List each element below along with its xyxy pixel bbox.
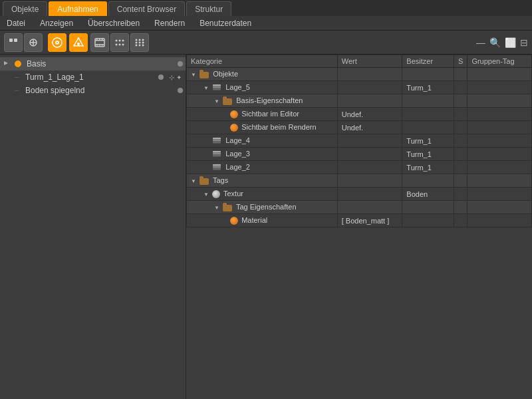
toolbar-cam-btn[interactable] bbox=[48, 33, 66, 52]
row-kategorie-lage4: Lage_4 bbox=[187, 134, 338, 148]
toolbar-search-icon[interactable]: 🔍 bbox=[489, 37, 501, 48]
svg-rect-35 bbox=[213, 86, 221, 88]
main-area: Basis ─ Turm_1_Lage_1 ⊹ ✦ ─ Boden spiege… bbox=[0, 55, 532, 399]
row-wert-basiseig bbox=[337, 94, 402, 108]
row-wert-tageig bbox=[337, 201, 402, 214]
row-kategorie-objekte: ▼ Objekte bbox=[187, 68, 338, 81]
svg-rect-18 bbox=[102, 44, 103, 45]
menu-rendern[interactable]: Rendern bbox=[152, 17, 188, 29]
row-besitzer-basiseig bbox=[402, 94, 454, 108]
toolbar-film-btn[interactable] bbox=[90, 33, 109, 52]
menu-bar: Datei Anzeigen Überschreiben Rendern Ben… bbox=[0, 16, 532, 31]
table-row[interactable]: Sichtbar beim Rendern Undef. bbox=[187, 121, 532, 134]
svg-rect-44 bbox=[213, 166, 221, 168]
orange-circle-icon bbox=[230, 110, 238, 118]
row-besitzer-sichtbar-rendern bbox=[402, 121, 454, 134]
row-besitzer-sichtbar-editor bbox=[402, 108, 454, 121]
tab-bar: Objekte Aufnahmen Content Browser Strukt… bbox=[0, 0, 532, 16]
row-s-sichtbar-editor bbox=[454, 108, 467, 121]
tab-objekte[interactable]: Objekte bbox=[3, 1, 47, 16]
table-row[interactable]: Lage_4 Turm_1 bbox=[187, 134, 532, 148]
left-item-turm1-label: Turm_1_Lage_1 bbox=[25, 72, 156, 82]
row-gruppen-lage2 bbox=[467, 161, 532, 174]
toolbar-obj-btn[interactable] bbox=[69, 33, 88, 52]
menu-benutzerdaten[interactable]: Benutzerdaten bbox=[197, 17, 254, 29]
svg-point-28 bbox=[136, 41, 138, 43]
collapse-arrow-basis[interactable] bbox=[3, 59, 12, 68]
row-kategorie-basiseig: ▼ Basis-Eigenschaften bbox=[187, 94, 338, 108]
svg-rect-40 bbox=[213, 142, 221, 144]
table-row[interactable]: ▼ Textur Boden bbox=[187, 188, 532, 201]
svg-point-23 bbox=[119, 43, 121, 45]
expand-basiseig[interactable]: ▼ bbox=[214, 98, 221, 104]
table-row[interactable]: ▼ Tag Eigenschaften bbox=[187, 201, 532, 214]
svg-point-27 bbox=[142, 39, 144, 41]
toolbar-settings-btn[interactable] bbox=[24, 33, 43, 52]
menu-datei[interactable]: Datei bbox=[4, 17, 28, 29]
menu-anzeigen[interactable]: Anzeigen bbox=[37, 17, 76, 29]
svg-rect-0 bbox=[9, 39, 13, 42]
toolbar-dots2-btn[interactable] bbox=[130, 33, 149, 52]
svg-point-24 bbox=[122, 43, 124, 45]
table-row[interactable]: Lage_3 Turm_1 bbox=[187, 148, 532, 161]
col-header-s: S bbox=[454, 55, 467, 68]
svg-point-26 bbox=[139, 39, 141, 41]
tab-struktur[interactable]: Struktur bbox=[186, 1, 231, 16]
table-row[interactable]: Material [ Boden_matt ] bbox=[187, 214, 532, 227]
row-gruppen-basiseig bbox=[467, 94, 532, 108]
lage3-icon bbox=[212, 150, 221, 158]
row-gruppen-tageig bbox=[467, 201, 532, 214]
row-gruppen-textur bbox=[467, 188, 532, 201]
toolbar-split-icon[interactable]: ⊟ bbox=[520, 37, 528, 48]
table-row[interactable]: Lage_2 Turm_1 bbox=[187, 161, 532, 174]
label-lage2: Lage_2 bbox=[225, 163, 250, 171]
expand-tags[interactable]: ▼ bbox=[191, 178, 198, 184]
svg-rect-16 bbox=[96, 44, 98, 45]
table-row[interactable]: Sichtbar im Editor Undef. bbox=[187, 108, 532, 121]
svg-rect-13 bbox=[96, 39, 98, 40]
label-objekte: Objekte bbox=[213, 70, 238, 78]
expand-textur[interactable]: ▼ bbox=[203, 192, 210, 198]
row-wert-sichtbar-rendern: Undef. bbox=[337, 121, 402, 134]
svg-rect-38 bbox=[213, 140, 221, 142]
expand-tageig[interactable]: ▼ bbox=[214, 205, 221, 211]
expand-objekte[interactable]: ▼ bbox=[191, 72, 198, 78]
tab-content-browser[interactable]: Content Browser bbox=[108, 1, 185, 16]
basis-dot-icon bbox=[15, 61, 21, 67]
col-header-kategorie: Kategorie bbox=[187, 55, 338, 68]
row-kategorie-tags: ▼ Tags bbox=[187, 174, 338, 188]
row-besitzer-objekte bbox=[402, 68, 454, 81]
row-besitzer-lage3: Turm_1 bbox=[402, 148, 454, 161]
svg-point-9 bbox=[77, 43, 80, 45]
folder-icon bbox=[223, 205, 232, 211]
row-besitzer-lage4: Turm_1 bbox=[402, 134, 454, 148]
row-wert-lage5 bbox=[337, 81, 402, 94]
left-panel: Basis ─ Turm_1_Lage_1 ⊹ ✦ ─ Boden spiege… bbox=[0, 55, 186, 399]
table-row[interactable]: ▼ Lage_5 Turm_1 bbox=[187, 81, 532, 94]
table-row[interactable]: ▼ Tags bbox=[187, 174, 532, 188]
table-row[interactable]: ▼ Basis-Eigenschaften bbox=[187, 94, 532, 108]
left-item-turm1[interactable]: ─ Turm_1_Lage_1 ⊹ ✦ bbox=[0, 70, 186, 84]
svg-rect-17 bbox=[99, 44, 100, 45]
table-row[interactable]: ▼ Objekte bbox=[187, 68, 532, 81]
row-wert-lage4 bbox=[337, 134, 402, 148]
toolbar-new-btn[interactable] bbox=[4, 33, 23, 52]
row-wert-sichtbar-editor: Undef. bbox=[337, 108, 402, 121]
col-header-wert: Wert bbox=[337, 55, 402, 68]
menu-ueberschreiben[interactable]: Überschreiben bbox=[85, 17, 142, 29]
left-item-basis[interactable]: Basis bbox=[0, 57, 186, 70]
row-gruppen-lage3 bbox=[467, 148, 532, 161]
toolbar-window-icon[interactable]: ⬜ bbox=[505, 37, 516, 48]
row-wert-objekte bbox=[337, 68, 402, 81]
toolbar-dots1-btn[interactable] bbox=[110, 33, 129, 52]
left-item-boden[interactable]: ─ Boden spiegelnd bbox=[0, 84, 186, 97]
expand-lage5[interactable]: ▼ bbox=[203, 85, 210, 91]
row-gruppen-objekte bbox=[467, 68, 532, 81]
tab-aufnahmen[interactable]: Aufnahmen bbox=[49, 1, 106, 16]
basis-status-dot bbox=[178, 61, 183, 66]
toolbar-minus-icon[interactable]: — bbox=[476, 37, 485, 48]
boden-dash: ─ bbox=[15, 87, 21, 94]
toolbar-right: — 🔍 ⬜ ⊟ bbox=[476, 37, 528, 48]
row-s-lage3 bbox=[454, 148, 467, 161]
row-kategorie-sichtbar-rendern: Sichtbar beim Rendern bbox=[187, 121, 338, 134]
